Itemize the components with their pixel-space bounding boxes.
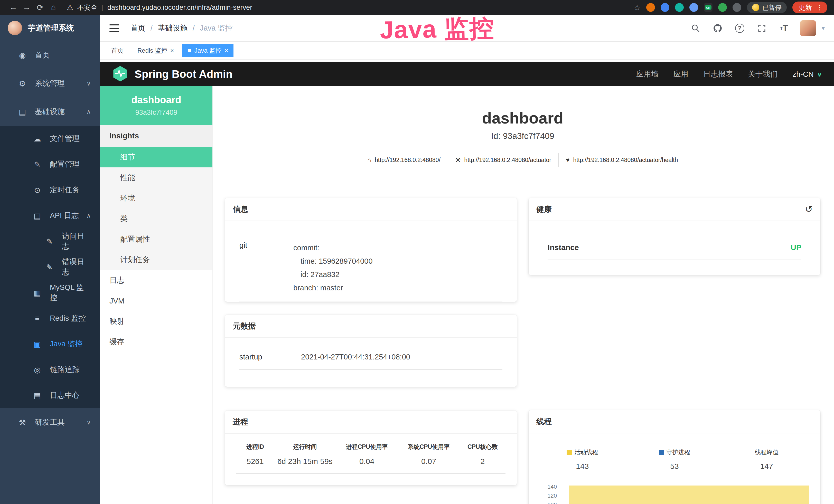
sidebar-item-infra[interactable]: ▤ 基础设施 ∧ [0,97,100,126]
sba-item-mappings[interactable]: 映射 [100,311,213,332]
legend-label: 活动线程 [574,448,598,456]
sidebar-fold-icon[interactable] [109,24,119,32]
extension-icon[interactable] [718,3,727,12]
col-header: 运行时间 [274,443,336,451]
metadata-value: 2021-04-27T00:44:31.254+08:00 [301,353,410,361]
home-icon[interactable]: ⌂ [47,3,60,12]
extension-icon[interactable] [675,3,684,12]
back-icon[interactable]: ← [7,3,20,12]
sidebar-item-jobs[interactable]: ⊙ 定时任务 [0,177,100,203]
legend-peak-threads: 线程峰值 147 [721,448,813,471]
sba-nav-wallboard[interactable]: 应用墙 [636,69,659,79]
live-threads-area [569,485,809,504]
card-title: 元数据 [225,315,517,338]
extension-on-icon[interactable]: on [704,3,712,12]
tools-icon: ⚒ [17,418,28,427]
sba-item-environment[interactable]: 环境 [100,188,213,208]
infra-submenu: ☁ 文件管理 ✎ 配置管理 ⊙ 定时任务 ▤ API 日志 ∧ ✎ 访问日志 ✎ [0,126,100,408]
edit-icon: ✎ [32,160,43,169]
cloud-icon: ☁ [32,134,43,143]
service-url-link[interactable]: ⌂ http://192.168.0.2:48080/ [360,153,448,167]
instance-health-row[interactable]: Instance UP [548,243,802,260]
page-title: dashboard [225,109,820,127]
update-button[interactable]: 更新 ⋮ [792,2,827,13]
sba-item-details[interactable]: 细节 [100,147,213,167]
cards-grid: 信息 git commit: time: 1596289704000 id: 2… [225,198,820,504]
active-dot [188,49,191,52]
tab-redis-monitor[interactable]: Redis 监控 × [132,44,179,57]
sba-nav-applications[interactable]: 应用 [674,69,688,79]
history-icon[interactable]: ↺ [805,204,813,215]
sidebar-item-java-monitor[interactable]: ▣ Java 监控 [0,331,100,357]
tab-java-monitor[interactable]: Java 监控 × [182,44,234,57]
sidebar-item-files[interactable]: ☁ 文件管理 [0,126,100,152]
sba-item-scheduled-tasks[interactable]: 计划任务 [100,250,213,270]
sba-nav-journal[interactable]: 日志报表 [703,69,733,79]
chevron-down-icon: ∨ [817,70,822,78]
instance-header: dashboard 93a3fc7f7409 [100,86,213,125]
profile-paused-badge[interactable]: 已暂停 [747,2,787,13]
sba-item-caches[interactable]: 缓存 [100,332,213,352]
tab-home[interactable]: 首页 [106,44,129,57]
github-icon[interactable] [712,22,724,34]
sba-item-config-props[interactable]: 配置属性 [100,229,213,250]
timer-icon: ⊙ [32,186,43,194]
sidebar-item-mysql[interactable]: ▦ MySQL 监控 [0,280,100,305]
info-card: 信息 git commit: time: 1596289704000 id: 2… [225,198,517,302]
address-bar[interactable]: ⚠ 不安全 | dashboard.yudao.iocoder.cn/infra… [67,3,634,12]
breadcrumb-home[interactable]: 首页 [130,23,146,33]
y-axis-tick: 140 [529,483,563,490]
header-actions: ? тT ▾ [690,20,825,36]
app-shell: 芋道管理系统 ◉ 首页 ⚙ 系统管理 ∨ ▤ 基础设施 ∧ ☁ 文件管理 ✎ 配… [0,15,834,504]
extension-icon[interactable] [646,3,655,12]
chevron-up-icon: ∧ [86,212,91,219]
search-icon[interactable] [690,22,701,34]
sidebar-item-redis[interactable]: ≡ Redis 监控 [0,305,100,331]
paused-label: 已暂停 [762,3,782,12]
bookmark-star-icon[interactable]: ☆ [634,3,641,12]
legend-value: 53 [629,462,721,471]
avatar-caret-icon: ▾ [822,25,825,32]
chevron-down-icon: ∨ [86,80,91,87]
sidebar-item-tracing[interactable]: ◎ 链路追踪 [0,357,100,383]
extension-icon[interactable] [732,3,741,12]
home-icon: ⌂ [368,156,371,164]
legend-label: 守护进程 [666,448,690,456]
sidebar-item-access-log[interactable]: ✎ 访问日志 [0,229,100,254]
sidebar-item-error-log[interactable]: ✎ 错误日志 [0,254,100,280]
sidebar-item-api-log[interactable]: ▤ API 日志 ∧ [0,203,100,229]
sidebar-item-devtools[interactable]: ⚒ 研发工具 ∨ [0,408,100,436]
git-time-line: time: 1596289704000 [293,254,373,268]
sba-item-jvm[interactable]: JVM [100,291,213,311]
sidebar-item-log-center[interactable]: ▤ 日志中心 [0,383,100,408]
reload-icon[interactable]: ⟳ [34,3,47,12]
sidebar-item-system[interactable]: ⚙ 系统管理 ∨ [0,69,100,97]
sba-nav-about[interactable]: 关于我们 [748,69,778,79]
close-icon[interactable]: × [224,47,228,54]
sba-item-logs[interactable]: 日志 [100,270,213,291]
sidebar-item-label: 基础设施 [35,107,65,117]
fullscreen-icon[interactable] [756,22,768,34]
sba-item-classes[interactable]: 类 [100,208,213,229]
user-avatar[interactable] [800,20,816,36]
legend-swatch-blue [659,450,664,455]
locale-selector[interactable]: zh-CN ∨ [793,70,822,78]
sidebar-item-config[interactable]: ✎ 配置管理 [0,152,100,177]
sidebar-item-home[interactable]: ◉ 首页 [0,41,100,69]
breadcrumb-infra[interactable]: 基础设施 [158,23,188,33]
font-size-icon[interactable]: тT [778,22,790,34]
sba-item-metrics[interactable]: 性能 [100,167,213,188]
extension-icon[interactable] [661,3,670,12]
health-url-link[interactable]: ♥ http://192.168.0.2:48080/actuator/heal… [559,153,685,167]
extension-icon[interactable] [689,3,698,12]
browser-menu-icon[interactable]: ⋮ [816,4,823,12]
cards-right-column: 健康 ↺ Instance UP 线程 [529,198,820,504]
warning-icon: ⚠ [67,3,73,12]
close-icon[interactable]: × [170,47,174,54]
wrench-icon: ⚒ [455,156,461,164]
chevron-down-icon: ∨ [86,419,91,426]
forward-icon[interactable]: → [20,3,34,12]
help-icon[interactable]: ? [734,22,746,34]
actuator-url-link[interactable]: ⚒ http://192.168.0.2:48080/actuator [448,153,559,167]
instance-name: dashboard [131,94,181,106]
